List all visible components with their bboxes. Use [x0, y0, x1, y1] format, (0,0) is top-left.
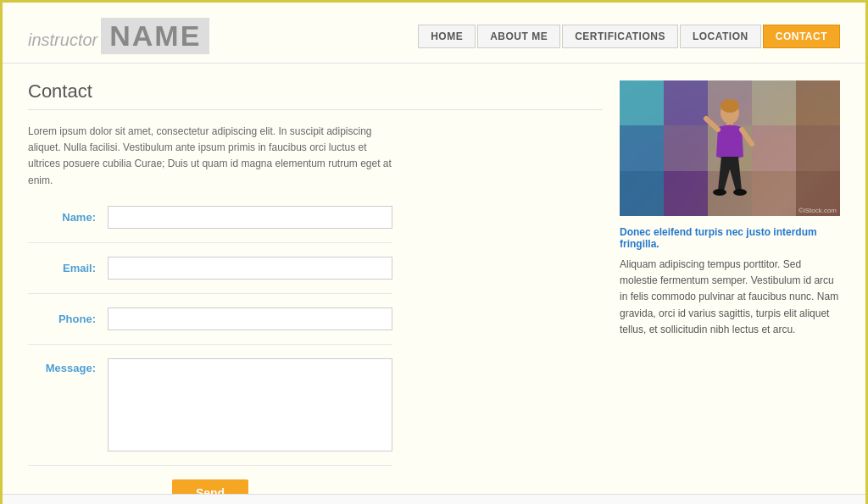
message-form-row: Message:	[28, 358, 392, 466]
email-input[interactable]	[108, 257, 392, 280]
name-form-row: Name:	[28, 206, 392, 243]
message-textarea[interactable]	[108, 358, 392, 451]
photo-watermark: ©iStock.com	[798, 207, 837, 214]
svg-point-5	[713, 189, 726, 196]
logo-instructor-text: instructor	[28, 30, 97, 50]
page-title: Contact	[28, 80, 603, 110]
phone-label: Phone:	[28, 313, 96, 325]
email-label: Email:	[28, 262, 96, 274]
svg-point-6	[733, 189, 747, 196]
phone-form-row: Phone:	[28, 307, 392, 345]
name-label: Name:	[28, 211, 96, 224]
logo: instructor NAME	[28, 18, 209, 54]
nav-about-button[interactable]: ABOUT ME	[477, 25, 560, 48]
footer: Home About Me Certifications Location Co…	[3, 494, 865, 504]
main-nav: HOME ABOUT ME CERTIFICATIONS LOCATION CO…	[418, 25, 840, 48]
nav-home-button[interactable]: HOME	[418, 25, 476, 48]
name-input[interactable]	[108, 206, 392, 229]
message-label: Message:	[28, 358, 96, 374]
sidebar-body-text: Aliquam adipiscing tempus porttitor. Sed…	[620, 257, 840, 338]
right-column: ©iStock.com Donec eleifend turpis nec ju…	[620, 80, 840, 504]
phone-input[interactable]	[108, 307, 392, 330]
email-form-row: Email:	[28, 257, 392, 294]
instructor-figure	[696, 97, 764, 216]
sidebar-link[interactable]: Donec eleifend turpis nec justo interdum…	[620, 226, 840, 250]
intro-text: Lorem ipsum dolor sit amet, consectetur …	[28, 124, 392, 189]
instructor-photo: ©iStock.com	[620, 80, 840, 216]
contact-form: Name: Email: Phone: Message:	[28, 206, 392, 504]
nav-contact-button[interactable]: CONTACT	[763, 25, 840, 48]
logo-name-text: NAME	[101, 18, 209, 54]
svg-line-3	[706, 119, 718, 130]
nav-location-button[interactable]: LOCATION	[680, 25, 761, 48]
header: instructor NAME HOME ABOUT ME CERTIFICAT…	[3, 3, 865, 64]
nav-certifications-button[interactable]: CERTIFICATIONS	[562, 25, 678, 48]
svg-point-1	[721, 99, 739, 113]
page-wrapper: instructor NAME HOME ABOUT ME CERTIFICAT…	[0, 0, 868, 504]
main-content: Contact Lorem ipsum dolor sit amet, cons…	[3, 64, 865, 504]
svg-line-4	[742, 130, 752, 144]
left-column: Contact Lorem ipsum dolor sit amet, cons…	[28, 80, 603, 504]
